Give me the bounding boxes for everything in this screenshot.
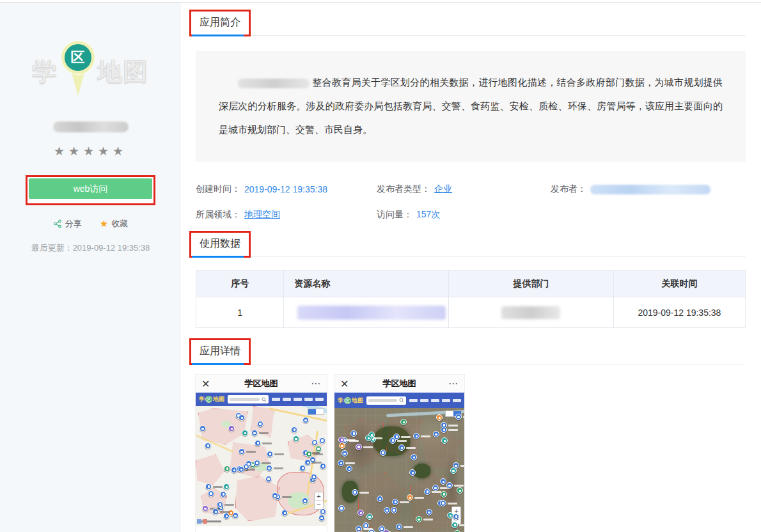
street-map-image: +− bbox=[196, 406, 327, 526]
logo-prefix-text: 学 bbox=[33, 56, 58, 88]
logo-suffix-text: 地图 bbox=[98, 56, 149, 88]
favorite-star-icon: ★ bbox=[100, 218, 108, 230]
map-pin bbox=[205, 442, 211, 449]
map-pin bbox=[231, 467, 237, 473]
meta-publisher: 发布者： bbox=[551, 184, 746, 195]
map-logo: 学区地图 bbox=[338, 396, 363, 405]
map-logo: 学区地图 bbox=[199, 395, 224, 403]
tab-intro[interactable]: 应用简介 bbox=[200, 17, 240, 27]
favorite-button[interactable]: ★ 收藏 bbox=[100, 218, 128, 230]
phone-title: 学区地图 bbox=[353, 378, 446, 389]
highlight-box-intro-tab: 应用简介 bbox=[189, 10, 251, 36]
share-label: 分享 bbox=[65, 218, 82, 230]
highlight-box-detail-tab: 应用详情 bbox=[189, 338, 251, 365]
search-icon bbox=[262, 397, 267, 402]
map-pin bbox=[411, 454, 417, 460]
map-pin bbox=[453, 513, 459, 520]
map-pin bbox=[338, 505, 345, 512]
sidebar: 学 区 地图 ★★★★★ web访问 分享 ★ 收藏 bbox=[0, 3, 181, 532]
map-pin bbox=[457, 487, 463, 494]
map-search-input bbox=[366, 396, 406, 405]
last-update-value: 2019-09-12 19:35:38 bbox=[73, 243, 150, 253]
app-name-blurred-inline bbox=[238, 79, 310, 88]
map-pin bbox=[436, 414, 443, 421]
cell-index: 1 bbox=[196, 297, 284, 328]
cell-link-time: 2019-09-12 19:35:38 bbox=[613, 297, 745, 328]
cell-department bbox=[449, 297, 614, 328]
map-pin bbox=[450, 467, 457, 474]
app-meta: 创建时间： 2019-09-12 19:35:38 发布者类型： 企业 发布者：… bbox=[196, 184, 746, 221]
map-pin bbox=[251, 430, 258, 436]
map-pin bbox=[254, 460, 260, 466]
more-icon: ⋯ bbox=[446, 378, 459, 389]
map-pin bbox=[338, 460, 344, 466]
section-header-usage: 使用数据 bbox=[189, 221, 746, 257]
zoom-out-icon: − bbox=[315, 501, 323, 509]
col-index: 序号 bbox=[196, 270, 284, 297]
map-pin bbox=[383, 529, 389, 532]
favorite-label: 收藏 bbox=[111, 218, 128, 230]
domain-link[interactable]: 地理空间 bbox=[244, 209, 280, 221]
section-header-intro: 应用简介 bbox=[189, 3, 746, 36]
map-pin bbox=[396, 524, 402, 530]
meta-domain: 所属领域： 地理空间 bbox=[196, 209, 377, 221]
highlight-box-web-access: web访问 bbox=[26, 175, 155, 205]
meta-visits: 访问量： 157次 bbox=[377, 209, 551, 221]
map-pin bbox=[223, 513, 230, 519]
map-pin bbox=[441, 422, 447, 428]
map-pin bbox=[272, 492, 278, 499]
col-department: 提供部门 bbox=[449, 270, 614, 297]
map-pin bbox=[389, 437, 396, 444]
publisher-name-blurred bbox=[590, 185, 710, 194]
app-name-blurred bbox=[53, 121, 129, 132]
map-pin bbox=[338, 437, 345, 443]
map-pin bbox=[451, 522, 458, 528]
map-pin bbox=[200, 425, 206, 432]
map-pin bbox=[299, 465, 306, 471]
map-search-input bbox=[228, 395, 269, 403]
map-nav-bar: 学区地图 bbox=[196, 393, 327, 406]
last-update-label: 最后更新： bbox=[31, 243, 73, 253]
share-icon bbox=[53, 219, 62, 228]
cell-resource-name[interactable] bbox=[284, 297, 449, 328]
satellite-map-image: +− bbox=[334, 408, 464, 532]
map-pin bbox=[318, 515, 325, 521]
app-description: 整合教育局关于学区划分的相关数据，进行地图化描述，结合多政府部门数据，为城市规划… bbox=[196, 51, 746, 162]
map-pin bbox=[407, 494, 413, 501]
last-update: 最后更新：2019-09-12 19:35:38 bbox=[0, 242, 181, 254]
department-blurred bbox=[501, 306, 560, 319]
map-pin bbox=[441, 491, 447, 497]
map-pin bbox=[341, 450, 348, 457]
map-pin bbox=[267, 451, 273, 457]
publisher-type-link[interactable]: 企业 bbox=[434, 184, 452, 195]
map-pin bbox=[346, 465, 352, 472]
close-icon: ✕ bbox=[201, 378, 214, 390]
map-pin bbox=[224, 465, 230, 472]
resource-name-blurred bbox=[297, 306, 446, 320]
app-logo: 学 区 地图 bbox=[0, 38, 181, 105]
map-pin bbox=[384, 507, 390, 513]
meta-publisher-type: 发布者类型： 企业 bbox=[377, 184, 551, 195]
map-scale-bar bbox=[200, 520, 221, 522]
map-pin bbox=[440, 500, 446, 506]
tab-detail[interactable]: 应用详情 bbox=[200, 345, 240, 356]
map-pin bbox=[352, 489, 358, 496]
map-pin bbox=[356, 444, 362, 450]
map-pin bbox=[257, 421, 263, 427]
map-nav-bar: 学区地图 bbox=[334, 393, 464, 408]
share-button[interactable]: 分享 bbox=[53, 218, 82, 230]
map-layer-toggle bbox=[308, 409, 324, 415]
close-icon: ✕ bbox=[340, 378, 353, 390]
web-access-button[interactable]: web访问 bbox=[29, 178, 152, 199]
map-pin bbox=[424, 489, 430, 495]
map-pin bbox=[205, 483, 212, 490]
tab-usage[interactable]: 使用数据 bbox=[200, 238, 240, 249]
map-pin bbox=[356, 526, 362, 532]
map-pin bbox=[293, 435, 299, 442]
phone-title-bar: ✕ 学区地图 ⋯ bbox=[196, 375, 327, 393]
map-pin bbox=[446, 482, 453, 489]
map-pin bbox=[380, 450, 386, 456]
zoom-in-icon: + bbox=[315, 492, 323, 501]
search-icon bbox=[399, 398, 404, 403]
app-detail-page: 学 区 地图 ★★★★★ web访问 分享 ★ 收藏 bbox=[0, 2, 761, 532]
